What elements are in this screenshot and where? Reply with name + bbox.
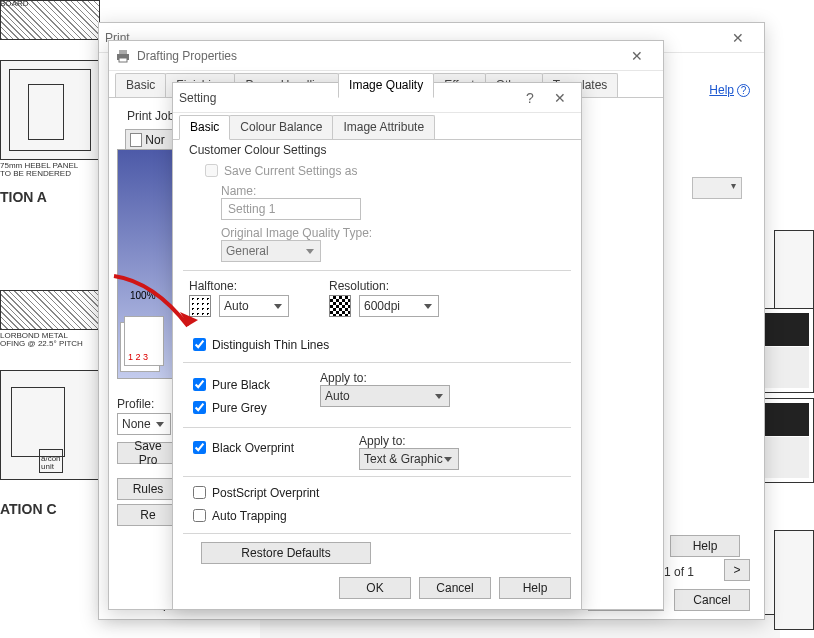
auto-trapping-checkbox[interactable]: Auto Trapping [189, 506, 571, 525]
name-label: Name: [221, 184, 571, 198]
close-icon[interactable]: ✕ [545, 84, 575, 112]
close-icon[interactable]: ✕ [617, 42, 657, 70]
save-profile-button[interactable]: Save Pro [117, 442, 179, 464]
re-button[interactable]: Re [117, 504, 179, 526]
postscript-overprint-checkbox[interactable]: PostScript Overprint [189, 483, 571, 502]
setting-title: Setting [179, 91, 216, 105]
tab-image-attribute[interactable]: Image Attribute [332, 115, 435, 139]
preview-123: 1 2 3 [128, 352, 148, 362]
resolution-label: Resolution: [329, 279, 439, 293]
apply-to-label-2: Apply to: [359, 434, 459, 448]
close-icon[interactable]: ✕ [718, 24, 758, 52]
svg-rect-1 [119, 50, 127, 54]
setting-dialog: Setting ? ✕ Basic Colour Balance Image A… [172, 82, 582, 610]
distinguish-thin-lines-checkbox[interactable]: Distinguish Thin Lines [189, 335, 571, 354]
pure-grey-checkbox[interactable]: Pure Grey [189, 398, 270, 417]
resolution-pattern-icon [329, 295, 351, 317]
tab-basic[interactable]: Basic [115, 73, 166, 97]
oiqt-combo: General [221, 240, 321, 262]
svg-rect-2 [119, 58, 127, 62]
pure-black-checkbox[interactable]: Pure Black [189, 375, 270, 394]
rules-button[interactable]: Rules [117, 478, 179, 500]
tab-colour-balance[interactable]: Colour Balance [229, 115, 333, 139]
halftone-combo[interactable]: Auto [219, 295, 289, 317]
ok-button[interactable]: OK [339, 577, 411, 599]
document-icon [130, 133, 142, 147]
halftone-pattern-icon [189, 295, 211, 317]
printer-icon [115, 48, 131, 64]
profile-label: Profile: [117, 397, 154, 411]
print-job-label: Print Job: [127, 109, 178, 123]
help-button[interactable]: Help [670, 535, 740, 557]
apply-to-combo-1[interactable]: Auto [320, 385, 450, 407]
save-current-settings-checkbox[interactable]: Save Current Settings as [201, 161, 571, 180]
help-icon[interactable]: ? [515, 84, 545, 112]
halftone-label: Halftone: [189, 279, 289, 293]
tab-setting-basic[interactable]: Basic [179, 115, 230, 140]
help-link[interactable]: Help? [709, 83, 750, 97]
preview-zoom: 100% [130, 290, 156, 301]
apply-to-combo-2[interactable]: Text & Graphic [359, 448, 459, 470]
black-overprint-checkbox[interactable]: Black Overprint [189, 438, 309, 457]
generic-dropdown[interactable] [692, 177, 742, 199]
drafting-title: Drafting Properties [137, 49, 237, 63]
customer-colour-label: Customer Colour Settings [189, 143, 571, 157]
tab-image-quality[interactable]: Image Quality [338, 73, 434, 98]
print-preview: 100% 1 2 3 [117, 149, 175, 379]
resolution-combo[interactable]: 600dpi [359, 295, 439, 317]
drafting-titlebar: Drafting Properties ✕ [109, 41, 663, 71]
profile-combo[interactable]: None [117, 413, 171, 435]
setting-name-input [221, 198, 361, 220]
next-page-button[interactable]: > [724, 559, 750, 581]
help-icon: ? [737, 84, 750, 97]
print-job-normal-button[interactable]: Nor [125, 129, 177, 151]
cancel-button[interactable]: Cancel [419, 577, 491, 599]
restore-defaults-button[interactable]: Restore Defaults [201, 542, 371, 564]
apply-to-label-1: Apply to: [320, 371, 450, 385]
oiqt-label: Original Image Quality Type: [221, 226, 571, 240]
print-cancel-button[interactable]: Cancel [674, 589, 750, 611]
setting-help-button[interactable]: Help [499, 577, 571, 599]
